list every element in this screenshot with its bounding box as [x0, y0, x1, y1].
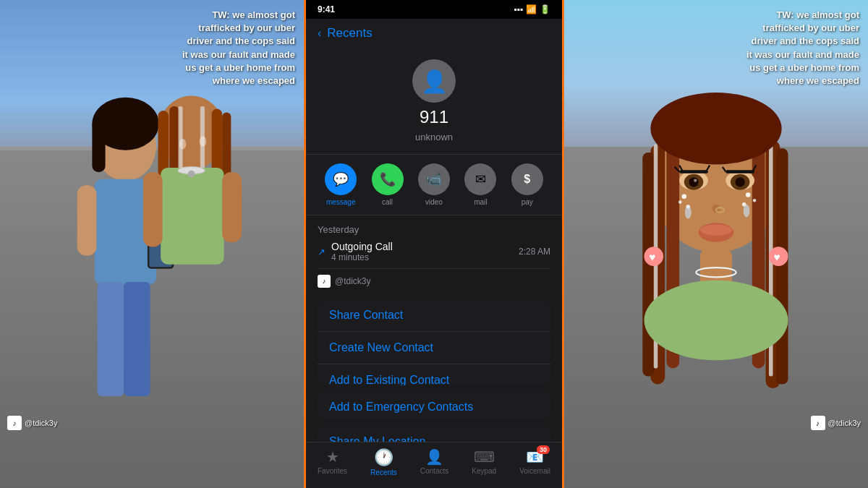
create-new-contact-item[interactable]: Create New Contact	[318, 332, 550, 364]
add-emergency-contact-item[interactable]: Add to Emergency Contacts	[318, 391, 550, 419]
video-action-btn[interactable]: 📹 video	[418, 163, 450, 206]
share-contact-item[interactable]: Share Contact	[318, 299, 550, 332]
recent-section: Yesterday ↗ Outgoing Call 4 minutes 2:28…	[306, 215, 562, 272]
mail-btn-circle[interactable]: ✉	[464, 163, 496, 195]
recents-icon: 🕐	[374, 448, 393, 467]
voicemail-badge-container: 📧 30	[526, 448, 544, 466]
back-arrow-icon[interactable]: ‹	[318, 27, 321, 40]
tab-favorites[interactable]: ★ Favorites	[318, 448, 347, 476]
svg-rect-29	[776, 148, 788, 384]
mail-btn-label: mail	[474, 198, 487, 206]
favorites-label: Favorites	[318, 467, 347, 475]
keypad-label: Keypad	[472, 467, 496, 475]
svg-point-38	[689, 177, 698, 187]
video-btn-label: video	[425, 198, 443, 206]
svg-rect-5	[124, 281, 150, 395]
svg-point-61	[644, 281, 788, 361]
phone-panel: 9:41 ▪▪▪ 📶 🔋 ‹ Recents 👤 911 unknown 💬 m…	[304, 0, 564, 488]
svg-point-21	[200, 136, 207, 147]
call-btn-label: call	[382, 198, 393, 206]
svg-rect-4	[98, 281, 124, 395]
tab-contacts[interactable]: 👤 Contacts	[420, 448, 448, 476]
contact-header: 👤 911 unknown	[306, 48, 562, 155]
svg-point-48	[681, 194, 686, 199]
call-duration: 4 minutes	[331, 252, 513, 262]
favorites-icon: ★	[326, 448, 339, 466]
nav-recents-label[interactable]: Recents	[327, 26, 372, 40]
svg-point-23	[188, 170, 195, 177]
avatar: 👤	[412, 59, 456, 103]
recents-label: Recents	[370, 468, 397, 476]
call-action-btn[interactable]: 📞 call	[372, 163, 404, 206]
call-btn-circle[interactable]: 📞	[372, 163, 404, 195]
recent-call-item: ↗ Outgoing Call 4 minutes 2:28 AM	[318, 235, 550, 269]
svg-point-49	[678, 200, 681, 203]
svg-rect-42	[726, 170, 754, 173]
svg-point-51	[746, 192, 751, 197]
svg-point-20	[179, 138, 187, 149]
svg-point-33	[650, 93, 781, 165]
pay-action-btn[interactable]: $ pay	[511, 163, 543, 206]
contact-label: unknown	[415, 132, 453, 142]
svg-rect-6	[77, 185, 97, 255]
svg-point-55	[744, 205, 750, 218]
svg-rect-18	[143, 172, 163, 247]
tiktok-handle-phone: @tdick3y	[335, 276, 371, 286]
tiktok-logo-right: ♪	[811, 416, 825, 430]
svg-rect-19	[222, 172, 242, 242]
recent-date: Yesterday	[318, 224, 550, 235]
warning-text-left: TW: we almost got trafficked by our uber…	[179, 9, 295, 87]
status-icons: ▪▪▪ 📶 🔋	[514, 4, 550, 14]
warning-text-right: TW: we almost got trafficked by our uber…	[744, 9, 859, 87]
voicemail-label: Voicemail	[519, 467, 550, 475]
status-time: 9:41	[318, 4, 335, 14]
avatar-person-icon: 👤	[421, 69, 448, 94]
svg-point-52	[753, 199, 756, 202]
action-buttons-row: 💬 message 📞 call 📹 video ✉ mail $ pay	[306, 155, 562, 215]
tiktok-handle-right: @tdick3y	[828, 419, 861, 427]
svg-rect-17	[161, 168, 224, 265]
message-btn-label: message	[326, 198, 356, 206]
battery-icon: 🔋	[540, 4, 550, 14]
svg-point-40	[694, 179, 697, 181]
signal-icon: ▪▪▪	[514, 4, 523, 14]
tiktok-watermark-left: ♪ @tdick3y	[7, 416, 57, 430]
contact-number: 911	[420, 107, 448, 127]
svg-text:♥: ♥	[774, 251, 780, 263]
tiktok-handle-left: @tdick3y	[25, 419, 57, 427]
tiktok-icon: ♪	[318, 275, 331, 288]
tab-recents[interactable]: 🕐 Recents	[370, 448, 397, 476]
tab-voicemail[interactable]: 📧 30 Voicemail	[519, 448, 550, 476]
svg-rect-2	[92, 119, 105, 172]
left-panel: ♪ @tdick3y TW: we almost got trafficked …	[0, 0, 304, 488]
tiktok-overlay: ♪ @tdick3y	[306, 272, 562, 294]
svg-text:♥: ♥	[649, 251, 655, 263]
menu-group-1: Share Contact Create New Contact Add to …	[318, 299, 550, 385]
voicemail-badge: 30	[537, 445, 550, 454]
wifi-icon: 📶	[526, 4, 537, 14]
tab-bar: ★ Favorites 🕐 Recents 👤 Contacts ⌨ Keypa…	[306, 442, 562, 488]
tab-keypad[interactable]: ⌨ Keypad	[472, 448, 496, 476]
pay-btn-label: pay	[522, 198, 533, 206]
phone-nav[interactable]: ‹ Recents	[306, 19, 562, 48]
tiktok-watermark-right: ♪ @tdick3y	[811, 416, 861, 430]
status-bar: 9:41 ▪▪▪ 📶 🔋	[306, 0, 562, 19]
recent-call-top: ↗ Outgoing Call 4 minutes 2:28 AM	[318, 241, 550, 262]
call-details: Outgoing Call 4 minutes	[331, 241, 513, 262]
call-type-label: Outgoing Call	[331, 241, 513, 252]
outgoing-call-icon: ↗	[318, 247, 326, 257]
tiktok-logo-left: ♪	[7, 416, 22, 430]
video-btn-circle[interactable]: 📹	[418, 163, 450, 195]
keypad-icon: ⌨	[474, 448, 495, 466]
message-btn-circle[interactable]: 💬	[325, 163, 357, 195]
svg-point-59	[700, 224, 732, 235]
menu-group-2: Add to Emergency Contacts	[318, 391, 550, 419]
message-action-btn[interactable]: 💬 message	[325, 163, 357, 206]
svg-point-39	[736, 177, 745, 187]
contacts-label: Contacts	[420, 467, 448, 475]
add-existing-contact-item[interactable]: Add to Existing Contact	[318, 364, 550, 385]
mail-action-btn[interactable]: ✉ mail	[464, 163, 496, 206]
svg-point-54	[685, 206, 692, 219]
pay-btn-circle[interactable]: $	[511, 163, 543, 195]
right-panel: ♥ ♥ ♪ @tdick3y TW: we almost got traffic…	[564, 0, 868, 488]
